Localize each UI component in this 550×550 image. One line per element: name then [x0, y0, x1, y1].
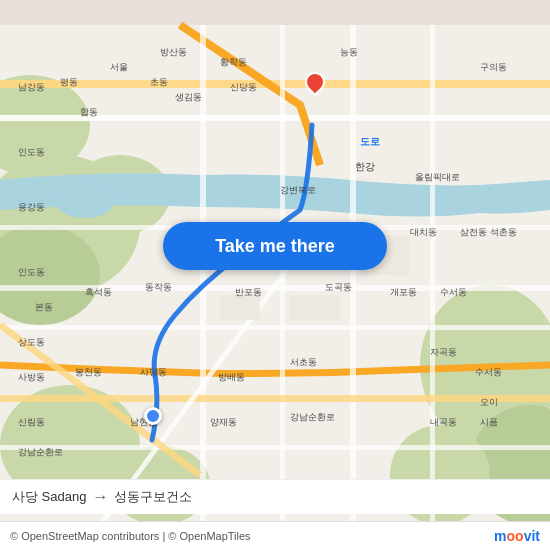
svg-text:동작동: 동작동	[145, 282, 172, 292]
svg-text:양재동: 양재동	[210, 417, 237, 427]
svg-text:석촌동: 석촌동	[490, 227, 517, 237]
bottom-bar: © OpenStreetMap contributors | © OpenMap…	[0, 521, 550, 550]
attribution-text: © OpenStreetMap contributors | © OpenMap…	[10, 530, 251, 542]
svg-text:합동: 합동	[80, 107, 98, 117]
svg-text:강남순환로: 강남순환로	[18, 447, 63, 457]
moovit-branding: moovit	[494, 528, 540, 544]
svg-rect-21	[0, 445, 550, 450]
route-info-bar: 사당 Sadang → 성동구보건소	[0, 479, 550, 514]
take-me-there-button[interactable]: Take me there	[163, 222, 387, 270]
svg-text:자곡동: 자곡동	[430, 347, 457, 357]
svg-text:사당동: 사당동	[140, 367, 167, 377]
origin-pin	[144, 407, 162, 425]
svg-text:삼전동: 삼전동	[460, 227, 487, 237]
svg-text:강변북로: 강변북로	[280, 185, 316, 195]
svg-text:구의동: 구의동	[480, 62, 507, 72]
svg-text:개포동: 개포동	[390, 287, 417, 297]
svg-point-10	[55, 182, 115, 218]
moovit-logo: moovit	[494, 528, 540, 544]
svg-text:본동: 본동	[35, 302, 53, 312]
svg-rect-27	[290, 295, 340, 320]
svg-text:상도동: 상도동	[18, 337, 45, 347]
svg-text:반포동: 반포동	[235, 287, 262, 297]
svg-text:신당동: 신당동	[230, 82, 257, 92]
svg-text:생김동: 생김동	[175, 92, 202, 102]
svg-text:오이: 오이	[480, 397, 498, 407]
svg-text:인도동: 인도동	[18, 267, 45, 277]
svg-text:초동: 초동	[150, 77, 168, 87]
svg-rect-26	[220, 295, 260, 320]
svg-text:수서동: 수서동	[440, 287, 467, 297]
moovit-text2: vit	[524, 528, 540, 544]
svg-text:황학동: 황학동	[220, 57, 247, 67]
origin-label: 사당 Sadang	[12, 488, 86, 506]
svg-text:내곡동: 내곡동	[430, 417, 457, 427]
svg-text:한강: 한강	[355, 161, 375, 172]
svg-text:도곡동: 도곡동	[325, 282, 352, 292]
route-arrow-icon: →	[92, 488, 108, 506]
svg-text:인도동: 인도동	[18, 147, 45, 157]
destination-label: 성동구보건소	[114, 488, 192, 506]
svg-text:대치동: 대치동	[410, 227, 437, 237]
svg-text:봉천동: 봉천동	[75, 367, 102, 377]
svg-text:서울: 서울	[110, 62, 128, 72]
svg-text:방산동: 방산동	[160, 47, 187, 57]
map-container: 인도동 평동 서울 방산동 황학동 능동 구의동 남강동 합동 초동 생김동 신…	[0, 0, 550, 550]
svg-text:사방동: 사방동	[18, 372, 45, 382]
moovit-text: m	[494, 528, 506, 544]
svg-text:강남순환로: 강남순환로	[290, 412, 335, 422]
svg-rect-20	[0, 395, 550, 402]
svg-text:신림동: 신림동	[18, 417, 45, 427]
svg-text:평동: 평동	[60, 77, 78, 87]
svg-text:시픔: 시픔	[480, 417, 498, 427]
svg-text:수서동: 수서동	[475, 367, 502, 377]
svg-text:도로: 도로	[360, 136, 380, 147]
svg-text:능동: 능동	[340, 47, 358, 57]
moovit-dot: oo	[507, 528, 524, 544]
svg-text:방배동: 방배동	[218, 372, 245, 382]
svg-text:서초동: 서초동	[290, 357, 317, 367]
svg-text:흑석동: 흑석동	[85, 287, 112, 297]
svg-rect-19	[0, 325, 550, 330]
svg-text:올림픽대로: 올림픽대로	[415, 172, 460, 182]
map-svg: 인도동 평동 서울 방산동 황학동 능동 구의동 남강동 합동 초동 생김동 신…	[0, 0, 550, 550]
svg-text:용강동: 용강동	[18, 202, 45, 212]
svg-text:남강동: 남강동	[18, 82, 45, 92]
